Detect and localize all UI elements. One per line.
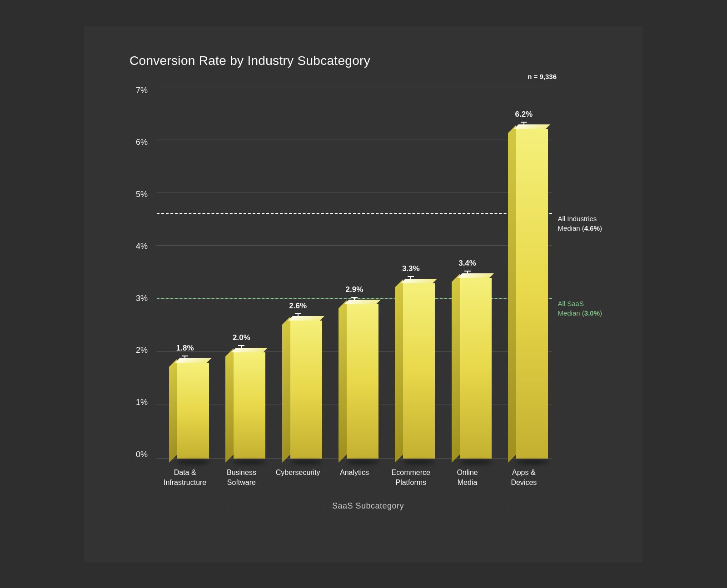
bar-group-data-infrastructure: 1.8% bbox=[169, 344, 201, 459]
x-label-data-infrastructure: Data &Infrastructure bbox=[158, 468, 212, 488]
bar-value-cybersecurity: 2.6% bbox=[289, 301, 307, 311]
n-label: n = 9,336 bbox=[528, 73, 557, 80]
bar-value-online-media: 3.4% bbox=[458, 259, 476, 268]
bar-wrapper-business-software bbox=[225, 345, 257, 459]
y-label-4: 4% bbox=[129, 242, 148, 250]
y-axis-labels: 0% 1% 2% 3% 4% 5% 6% 7% bbox=[129, 86, 148, 459]
y-label-1: 1% bbox=[129, 398, 148, 406]
y-label-5: 5% bbox=[129, 190, 148, 198]
bar-group-online-media: 3.4% bbox=[452, 259, 483, 459]
x-axis-labels: Data &Infrastructure BusinessSoftware Cy… bbox=[157, 468, 552, 488]
x-axis-line-right bbox=[413, 506, 504, 506]
chart-area: 0% 1% 2% 3% 4% 5% 6% 7% bbox=[129, 86, 607, 459]
x-label-cybersecurity: Cybersecurity bbox=[271, 468, 325, 488]
all-saas-label: All SaaSMedian (3.0%) bbox=[558, 299, 602, 318]
bar-3d-ecommerce-platforms bbox=[395, 283, 427, 459]
x-axis-line-left bbox=[232, 506, 323, 506]
bar-wrapper-cybersecurity bbox=[282, 313, 314, 459]
x-axis-title-row: SaaS Subcategory bbox=[129, 501, 607, 511]
x-label-online-media: OnlineMedia bbox=[440, 468, 495, 488]
bar-3d-analytics bbox=[339, 304, 370, 459]
bar-value-business-software: 2.0% bbox=[233, 333, 250, 342]
chart-title: Conversion Rate by Industry Subcategory bbox=[129, 54, 607, 68]
bar-group-analytics: 2.9% bbox=[339, 285, 370, 459]
bar-3d-apps-devices bbox=[508, 129, 540, 459]
y-label-7: 7% bbox=[129, 86, 148, 94]
bar-wrapper-analytics bbox=[339, 297, 370, 459]
bar-3d-cybersecurity bbox=[282, 321, 314, 459]
bars-row: 1.8% bbox=[157, 86, 552, 459]
bar-3d-online-media bbox=[452, 278, 483, 459]
all-industries-label: All IndustriesMedian (4.6%) bbox=[558, 214, 602, 233]
chart-container: Conversion Rate by Industry Subcategory … bbox=[84, 26, 643, 562]
bar-value-apps-devices: 6.2% bbox=[515, 110, 533, 119]
bar-group-ecommerce-platforms: 3.3% bbox=[395, 264, 427, 459]
y-label-0: 0% bbox=[129, 450, 148, 459]
x-axis-title: SaaS Subcategory bbox=[332, 501, 404, 511]
bar-value-data-infrastructure: 1.8% bbox=[176, 344, 194, 353]
bar-wrapper-ecommerce-platforms bbox=[395, 276, 427, 459]
bar-3d-business-software bbox=[225, 352, 257, 459]
y-label-2: 2% bbox=[129, 346, 148, 354]
y-label-3: 3% bbox=[129, 294, 148, 302]
bar-value-analytics: 2.9% bbox=[346, 285, 364, 294]
bar-group-apps-devices: 6.2% bbox=[508, 110, 540, 459]
bar-wrapper-online-media bbox=[452, 271, 483, 459]
x-label-business-software: BusinessSoftware bbox=[214, 468, 269, 488]
bar-wrapper-data-infrastructure bbox=[169, 356, 201, 459]
bar-group-cybersecurity: 2.6% bbox=[282, 301, 314, 459]
x-label-ecommerce-platforms: EcommercePlatforms bbox=[383, 468, 438, 488]
x-label-analytics: Analytics bbox=[327, 468, 382, 488]
x-label-apps-devices: Apps &Devices bbox=[497, 468, 551, 488]
bar-value-ecommerce-platforms: 3.3% bbox=[402, 264, 420, 273]
bar-group-business-software: 2.0% bbox=[225, 333, 257, 459]
y-label-6: 6% bbox=[129, 138, 148, 146]
grid-and-bars: All IndustriesMedian (4.6%) All SaaSMedi… bbox=[157, 86, 552, 459]
bar-wrapper-apps-devices bbox=[508, 122, 540, 459]
bar-3d-data-infrastructure bbox=[169, 363, 201, 459]
